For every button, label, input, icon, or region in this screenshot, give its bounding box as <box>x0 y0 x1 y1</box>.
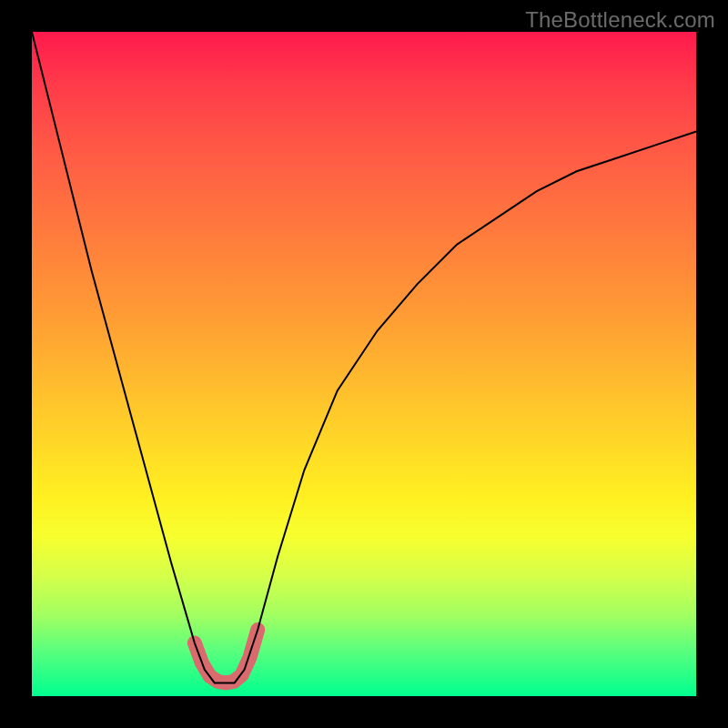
watermark-text: TheBottleneck.com <box>525 7 715 33</box>
chart-frame: TheBottleneck.com <box>0 0 728 728</box>
chart-curve <box>32 32 696 682</box>
chart-plot-area <box>32 32 696 696</box>
chart-svg <box>32 32 696 696</box>
